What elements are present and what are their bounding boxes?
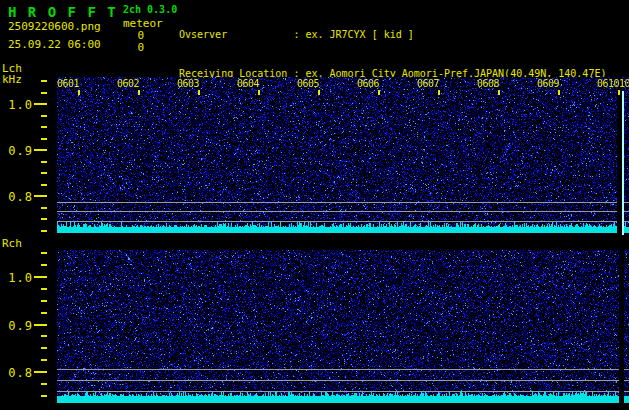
freq-minor-tick [41,126,47,128]
freq-minor-tick [41,335,47,337]
time-tick-label: 0607 [417,78,439,89]
freq-major-tick [34,195,47,197]
time-tick-label: 0605 [297,78,319,89]
time-tick-label: 0602 [117,78,139,89]
freq-minor-tick [41,218,47,220]
rch-channel-label: Rch [2,237,22,250]
freq-tick-label: 1.0 [1,271,33,285]
freq-minor-tick [41,264,47,266]
app-version: 2ch 0.3.0 [123,4,177,15]
time-tick-mark [78,90,80,95]
freq-major-tick [34,149,47,151]
freq-minor-tick [41,347,47,349]
freq-minor-tick [41,172,47,174]
freq-major-tick [34,276,47,278]
time-tick-label-overflow: 10 [619,78,629,89]
freq-minor-tick [41,312,47,314]
freq-major-tick [34,324,47,326]
hrofft-window: H R O F F T 2ch 0.3.0 2509220600.png met… [0,0,629,410]
freq-tick-label: 0.8 [1,366,33,380]
rch-spectrogram [57,250,629,405]
time-tick-mark [258,90,260,95]
observer-line: Ovserver : ex. JR7CYX [ kid ] [179,28,629,41]
time-tick-mark [198,90,200,95]
time-tick-mark [138,90,140,95]
freq-minor-tick [41,80,47,82]
date-time: 25.09.22 06:00 [8,38,101,51]
freq-major-tick [34,103,47,105]
meteor-count-rch: 0 [100,41,144,54]
freq-minor-tick [41,184,47,186]
time-tick-label: 0608 [477,78,499,89]
freq-minor-tick [41,115,47,117]
time-tick-label: 0603 [177,78,199,89]
freq-unit-label: kHz [2,73,22,86]
time-tick-mark [618,90,620,95]
freq-tick-label: 0.8 [1,190,33,204]
time-tick-mark [318,90,320,95]
freq-minor-tick [41,161,47,163]
freq-minor-tick [41,359,47,361]
time-tick-label: 0604 [237,78,259,89]
time-tick-mark [438,90,440,95]
app-title: H R O F F T [8,4,117,20]
freq-tick-label: 1.0 [1,98,33,112]
freq-minor-tick [41,207,47,209]
freq-minor-tick [41,383,47,385]
time-tick-label: 0606 [357,78,379,89]
freq-minor-tick [41,252,47,254]
output-filename: 2509220600.png [8,20,101,33]
freq-major-tick [34,371,47,373]
time-tick-label: 0610 [597,78,619,89]
freq-tick-label: 0.9 [1,319,33,333]
freq-minor-tick [41,230,47,232]
time-tick-label: 0601 [57,78,79,89]
freq-minor-tick [41,138,47,140]
lch-spectrogram [57,77,629,235]
freq-minor-tick [41,395,47,397]
freq-minor-tick [41,288,47,290]
time-tick-label: 0609 [537,78,559,89]
time-tick-mark [558,90,560,95]
freq-minor-tick [41,300,47,302]
freq-tick-label: 0.9 [1,144,33,158]
time-tick-mark [498,90,500,95]
time-tick-mark [378,90,380,95]
freq-minor-tick [41,92,47,94]
